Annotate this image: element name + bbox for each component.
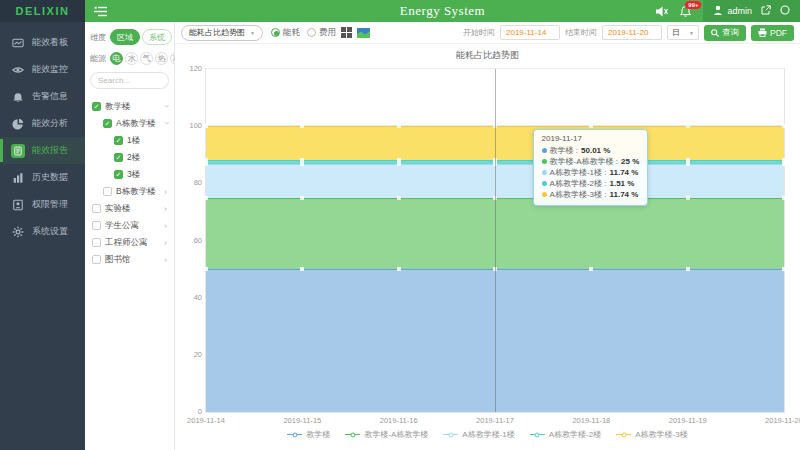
data-point-marker <box>782 162 786 166</box>
pdf-button[interactable]: PDF <box>751 25 794 41</box>
topbar-right: 99+ admin <box>656 0 800 22</box>
energy-toggle: 电水气热冷 <box>110 52 183 65</box>
x-axis-tick-label: 2019-11-18 <box>572 416 610 425</box>
y-axis-tick-label: 0 <box>198 407 202 416</box>
query-button[interactable]: 查询 <box>704 25 746 41</box>
sidebar-item-settings-gear[interactable]: 系统设置 <box>0 218 85 245</box>
data-point-marker <box>782 124 786 128</box>
x-axis-tick-label: 2019-11-19 <box>669 416 707 425</box>
data-point-marker <box>204 162 208 166</box>
tree-item[interactable]: 实验楼› <box>90 200 169 217</box>
data-point-marker <box>300 124 304 128</box>
chart-view-icon[interactable] <box>357 28 370 38</box>
legend-item-A栋教学楼-2楼[interactable]: A栋教学楼-2楼 <box>530 429 601 440</box>
mute-speaker-icon[interactable] <box>656 6 668 17</box>
data-point-marker <box>686 158 690 162</box>
chart-tooltip: 2019-11-17教学楼 : 50.01 %教学楼-A栋教学楼 : 25 %A… <box>533 129 649 206</box>
dimension-toggle: 区域系统 <box>110 29 172 45</box>
x-axis-tick-label: 2019-11-20 <box>765 416 800 425</box>
data-point-marker <box>686 162 690 166</box>
tree-checkbox[interactable] <box>92 255 101 264</box>
tree-item[interactable]: ✓教学楼› <box>90 98 169 115</box>
tree-expand-icon[interactable]: › <box>164 255 169 265</box>
tree-item[interactable]: 图书馆› <box>90 251 169 268</box>
tree-checkbox[interactable]: ✓ <box>114 136 123 145</box>
energy-option-电[interactable]: 电 <box>110 52 123 65</box>
tree-item[interactable]: ✓2楼 <box>90 149 169 166</box>
legend-item-A栋教学楼-1楼[interactable]: A栋教学楼-1楼 <box>443 429 514 440</box>
sidebar: 能效看板能效监控告警信息能效分析能效报告历史数据权限管理系统设置 <box>0 22 85 450</box>
granularity-select[interactable]: 日 ▼ <box>667 25 699 40</box>
series-dot-icon <box>542 192 547 197</box>
chart-plot[interactable]: 0204060801001202019-11-142019-11-152019-… <box>205 68 785 413</box>
energy-option-气[interactable]: 气 <box>140 52 153 65</box>
tree-item[interactable]: B栋教学楼› <box>90 183 169 200</box>
energy-option-热[interactable]: 热 <box>155 52 168 65</box>
tree-checkbox[interactable] <box>103 187 112 196</box>
permission-badge-icon <box>11 198 25 212</box>
end-date-input[interactable]: 2019-11-20 <box>602 25 662 40</box>
metric-radio-能耗[interactable]: 能耗 <box>271 27 300 39</box>
delixi-logo: DELIXIN <box>0 0 85 22</box>
metric-radio-费用[interactable]: 费用 <box>307 27 336 39</box>
legend-marker-icon <box>443 434 458 435</box>
sidebar-item-dashboard[interactable]: 能效看板 <box>0 29 85 56</box>
tree-expand-icon[interactable]: › <box>164 204 169 214</box>
table-view-icon[interactable] <box>341 27 352 38</box>
y-axis-tick-label: 40 <box>194 293 202 302</box>
tree-expand-icon[interactable]: › <box>162 121 172 126</box>
data-point-marker <box>300 162 304 166</box>
chart-type-select[interactable]: 能耗占比趋势图 ▼ <box>181 25 263 41</box>
main-content: 能耗占比趋势图 ▼ 能耗费用 开始时间 2019-11-14 结束时间 2019… <box>175 22 800 450</box>
energy-option-水[interactable]: 水 <box>125 52 138 65</box>
y-axis-tick-label: 120 <box>189 64 202 73</box>
tree-checkbox[interactable] <box>92 221 101 230</box>
tree-item[interactable]: ✓A栋教学楼› <box>90 115 169 132</box>
tree-item[interactable]: 工程师公寓› <box>90 234 169 251</box>
tree-expand-icon[interactable]: › <box>164 238 169 248</box>
tree-checkbox[interactable]: ✓ <box>114 170 123 179</box>
tree-item[interactable]: ✓3楼 <box>90 166 169 183</box>
y-axis-tick-label: 80 <box>194 178 202 187</box>
app-title: Energy System <box>400 3 485 19</box>
tree-checkbox[interactable]: ✓ <box>103 119 112 128</box>
settings-gear-icon <box>11 225 25 239</box>
tree-expand-icon[interactable]: › <box>164 187 169 197</box>
data-point-marker <box>204 124 208 128</box>
logout-power-icon[interactable] <box>780 5 790 17</box>
sidebar-item-pie-analysis[interactable]: 能效分析 <box>0 110 85 137</box>
data-point-marker <box>589 267 593 271</box>
x-axis-tick-label: 2019-11-14 <box>187 416 225 425</box>
dimension-option-区域[interactable]: 区域 <box>110 29 140 45</box>
data-point-marker <box>204 158 208 162</box>
sidebar-item-permission-badge[interactable]: 权限管理 <box>0 191 85 218</box>
building-tree: ✓教学楼›✓A栋教学楼›✓1楼✓2楼✓3楼B栋教学楼›实验楼›学生公寓›工程师公… <box>90 98 169 268</box>
dimension-option-系统[interactable]: 系统 <box>142 29 172 45</box>
tree-checkbox[interactable]: ✓ <box>92 102 101 111</box>
tree-checkbox[interactable] <box>92 204 101 213</box>
tree-checkbox[interactable]: ✓ <box>114 153 123 162</box>
sidebar-item-monitor-eye[interactable]: 能效监控 <box>0 56 85 83</box>
data-point-marker <box>782 196 786 200</box>
notification-badge: 99+ <box>685 1 701 9</box>
legend-item-教学楼-A栋教学楼[interactable]: 教学楼-A栋教学楼 <box>345 429 428 440</box>
notification-bell-icon[interactable]: 99+ <box>680 5 691 17</box>
start-date-input[interactable]: 2019-11-14 <box>500 25 560 40</box>
tree-expand-icon[interactable]: › <box>164 221 169 231</box>
collapse-menu-icon[interactable] <box>94 6 107 17</box>
legend-item-教学楼[interactable]: 教学楼 <box>287 429 330 440</box>
tree-item[interactable]: 学生公寓› <box>90 217 169 234</box>
legend-item-A栋教学楼-3楼[interactable]: A栋教学楼-3楼 <box>616 429 687 440</box>
chevron-down-icon: ▼ <box>250 30 255 36</box>
sidebar-item-history-bars[interactable]: 历史数据 <box>0 164 85 191</box>
tree-checkbox[interactable] <box>92 238 101 247</box>
tree-item[interactable]: ✓1楼 <box>90 132 169 149</box>
external-link-icon[interactable] <box>761 5 771 17</box>
user-menu[interactable]: admin <box>713 5 752 17</box>
sidebar-item-alarm-bell[interactable]: 告警信息 <box>0 83 85 110</box>
tree-expand-icon[interactable]: › <box>162 104 172 109</box>
chart-type-value: 能耗占比趋势图 <box>189 27 245 38</box>
sidebar-item-report-doc[interactable]: 能效报告 <box>0 137 85 164</box>
sidebar-item-label: 能效监控 <box>32 63 68 76</box>
search-input[interactable] <box>90 72 169 89</box>
